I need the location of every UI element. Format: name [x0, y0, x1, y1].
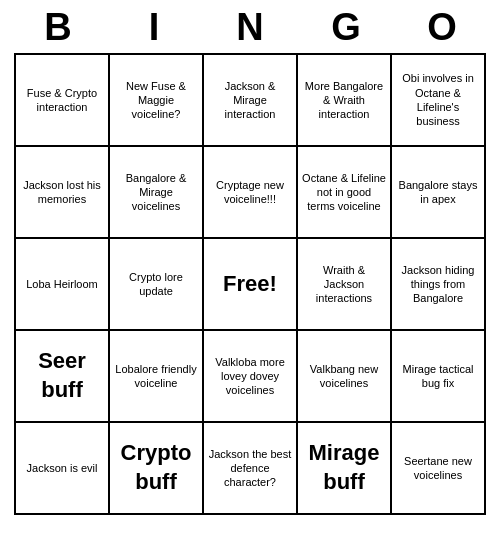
- bingo-cell-r4c0: Jackson is evil: [16, 423, 110, 515]
- bingo-cell-r1c0: Jackson lost his memories: [16, 147, 110, 239]
- title-letter: O: [398, 6, 486, 49]
- bingo-cell-r0c3: More Bangalore & Wraith interaction: [298, 55, 392, 147]
- bingo-cell-r2c1: Crypto lore update: [110, 239, 204, 331]
- bingo-cell-r4c4: Seertane new voicelines: [392, 423, 486, 515]
- bingo-cell-r2c4: Jackson hiding things from Bangalore: [392, 239, 486, 331]
- bingo-cell-r4c1: Crypto buff: [110, 423, 204, 515]
- bingo-cell-r3c2: Valkloba more lovey dovey voicelines: [204, 331, 298, 423]
- bingo-cell-r1c4: Bangalore stays in apex: [392, 147, 486, 239]
- title-letter: I: [110, 6, 198, 49]
- bingo-grid: Fuse & Crypto interactionNew Fuse & Magg…: [14, 53, 486, 515]
- bingo-cell-r0c4: Obi involves in Octane & Lifeline's busi…: [392, 55, 486, 147]
- bingo-cell-r4c3: Mirage buff: [298, 423, 392, 515]
- bingo-cell-r1c3: Octane & Lifeline not in good terms voic…: [298, 147, 392, 239]
- title-letter: G: [302, 6, 390, 49]
- bingo-cell-r0c2: Jackson & Mirage interaction: [204, 55, 298, 147]
- bingo-cell-r1c1: Bangalore & Mirage voicelines: [110, 147, 204, 239]
- bingo-cell-r1c2: Cryptage new voiceline!!!: [204, 147, 298, 239]
- bingo-cell-r3c0: Seer buff: [16, 331, 110, 423]
- bingo-cell-r3c3: Valkbang new voicelines: [298, 331, 392, 423]
- title-letter: B: [14, 6, 102, 49]
- title-letter: N: [206, 6, 294, 49]
- bingo-cell-r3c4: Mirage tactical bug fix: [392, 331, 486, 423]
- bingo-cell-r2c3: Wraith & Jackson interactions: [298, 239, 392, 331]
- bingo-cell-r0c1: New Fuse & Maggie voiceline?: [110, 55, 204, 147]
- bingo-title: BINGO: [10, 0, 490, 53]
- bingo-cell-r2c0: Loba Heirloom: [16, 239, 110, 331]
- bingo-cell-r2c2: Free!: [204, 239, 298, 331]
- bingo-cell-r3c1: Lobalore friendly voiceline: [110, 331, 204, 423]
- bingo-cell-r0c0: Fuse & Crypto interaction: [16, 55, 110, 147]
- bingo-cell-r4c2: Jackson the best defence character?: [204, 423, 298, 515]
